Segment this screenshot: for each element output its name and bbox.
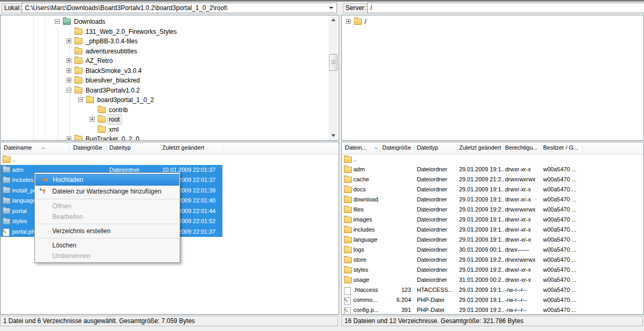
scroll-down-icon[interactable]	[329, 131, 338, 140]
folder-icon	[344, 237, 352, 243]
tree-item-adventuresubtitles[interactable]: adventuresubtitles	[84, 47, 138, 56]
file-row-commo[interactable]: commo...6.204PHP-Datei29.01.2009 19:1...…	[342, 295, 643, 305]
name-cell: adm	[353, 164, 381, 174]
local-path-combobox[interactable]: C:\Users\Marc\Downloads\Board3Portalv1.0…	[22, 3, 337, 13]
tree-item-contrib[interactable]: contrib	[107, 105, 129, 115]
file-row-docs[interactable]: docsDateiordner29.01.2009 19:1...drwxr-x…	[342, 185, 643, 195]
column-header-zuletzt-ge-ndert[interactable]: Zuletzt geändert	[459, 142, 501, 153]
column-header-zuletzt-ge-ndert[interactable]: Zuletzt geändert	[162, 142, 204, 153]
name-cell: images	[353, 215, 381, 225]
tree-item-board3portal-1-0-2[interactable]: board3portal_1_0_2	[96, 95, 155, 105]
expand-plus-icon[interactable]	[67, 58, 71, 63]
page-edit-icon	[344, 307, 351, 315]
tree-item-downloads[interactable]: Downloads	[72, 17, 107, 26]
tree-guide-line	[33, 16, 34, 141]
tree-item-root[interactable]: root	[107, 115, 122, 124]
tree-item-bugtracker-0-2-0[interactable]: BugTracker_0_2_0	[84, 134, 141, 141]
file-row-adm[interactable]: admDateiordner29.01.2009 19:1...drwxr-xr…	[342, 164, 643, 174]
collapse-minus-icon[interactable]	[55, 19, 60, 24]
file-row-item[interactable]: ..	[342, 154, 643, 164]
file-row-store[interactable]: storeDateiordner29.01.2009 19:2...drwxrw…	[342, 255, 643, 265]
menu-item-l-schen[interactable]: Löschen	[35, 240, 180, 251]
name-cell: files	[353, 205, 381, 215]
file-row-images[interactable]: imagesDateiordner29.01.2009 19:1...drwxr…	[342, 215, 643, 225]
name-cell: adm	[12, 165, 23, 176]
tree-item-xml[interactable]: xml	[107, 125, 120, 134]
column-header-berechtigu[interactable]: Berechtigu...	[505, 142, 538, 153]
column-header-dateigr-e[interactable]: Dateigröße	[69, 142, 102, 153]
file-row-language[interactable]: languageDateiordner29.01.2009 19:1...drw…	[342, 235, 643, 245]
folder-icon	[74, 68, 82, 74]
column-header-datein[interactable]: Datein...	[345, 142, 367, 153]
dropdown-arrow-icon[interactable]	[329, 7, 333, 9]
type-cell: Dateiordner	[417, 235, 455, 245]
column-header-dateiname[interactable]: Dateiname	[4, 142, 32, 153]
type-cell: Dateiordner	[417, 215, 455, 225]
column-header-dateityp[interactable]: Dateityp	[109, 142, 130, 153]
menu-item-verzeichnis-erstellen[interactable]: Verzeichnis erstellen	[35, 226, 180, 236]
file-row-htaccess[interactable]: .htaccess123HTACCESS...29.01.2009 19:1..…	[342, 285, 643, 295]
menu-item-bearbeiten[interactable]: Bearbeiten	[35, 212, 180, 222]
perms-cell: -rw-r--r--	[505, 295, 540, 305]
menu-item-label: Verzeichnis erstellen	[52, 227, 110, 235]
name-cell: portal	[12, 206, 27, 217]
open-folder-icon	[63, 19, 71, 25]
menu-separator	[36, 199, 179, 199]
collapse-minus-icon[interactable]	[78, 97, 83, 102]
expand-plus-icon[interactable]	[67, 78, 71, 82]
collapse-minus-icon[interactable]	[67, 88, 71, 93]
name-cell: styles	[353, 265, 381, 275]
folder-icon	[344, 267, 352, 273]
menu-item-hochladen[interactable]: ➜Hochladen	[35, 174, 179, 186]
tree-scrollbar[interactable]	[329, 16, 338, 140]
modified-cell: 29.01.2009 19:2...	[459, 255, 504, 265]
tree-item-phpbb-3-0-4-files[interactable]: _phpBB-3.0.4-files	[84, 36, 139, 46]
folder-icon	[3, 198, 11, 204]
tree-item-131-web-2-0-fireworks-styles[interactable]: 131_Web_2.0_Fireworks_Styles	[84, 27, 179, 36]
tree-item-bluesilver-blackred[interactable]: bluesilver_blackred	[84, 76, 142, 85]
tree-item-blacksmoke-v3-0-4[interactable]: BlackSmoke_v3.0.4	[84, 66, 143, 76]
expand-plus-icon[interactable]	[67, 68, 71, 73]
menu-item-umbenennen[interactable]: Umbenennen	[35, 251, 180, 261]
modified-cell: 29.01.2009 19:1...	[459, 225, 504, 235]
menu-separator	[36, 238, 179, 238]
modified-cell: 29.01.2009 19:1...	[459, 295, 504, 305]
expand-plus-icon[interactable]	[346, 19, 351, 24]
file-row-files[interactable]: filesDateiordner29.01.2009 19:2...drwxrw…	[342, 205, 643, 215]
expand-plus-icon[interactable]	[67, 136, 71, 141]
owner-cell: w00a5470 ...	[543, 295, 581, 305]
menu-item-dateien-zur-warteschlange-hinzuf-gen[interactable]: ➜+Dateien zur Warteschlange hinzufügen	[35, 186, 180, 197]
name-cell: includes	[12, 175, 33, 186]
header-separator	[414, 144, 415, 152]
column-header-dateityp[interactable]: Dateityp	[417, 142, 438, 153]
expand-plus-icon[interactable]	[67, 39, 71, 43]
file-row-config-p[interactable]: config.p...391PHP-Datei29.01.2009 19:2..…	[342, 305, 643, 315]
scroll-up-icon[interactable]	[329, 16, 338, 24]
name-cell: language	[353, 235, 381, 245]
tree-item-az-retro[interactable]: AZ_Retro	[84, 56, 114, 66]
tree-item-board3portalv1-0-2[interactable]: Board3Portalv1.0.2	[84, 86, 142, 95]
expand-plus-icon[interactable]	[90, 117, 95, 122]
file-row-usage[interactable]: usageDateiordner31.01.2009 00:2...drwxr-…	[342, 275, 643, 285]
tree-item-item[interactable]: /	[363, 17, 368, 26]
file-row-download[interactable]: downloadDateiordner29.01.2009 19:1...drw…	[342, 195, 643, 205]
column-header-dateigr-e[interactable]: Dateigröße	[381, 142, 411, 153]
file-row-includes[interactable]: includesDateiordner29.01.2009 19:1...drw…	[342, 225, 643, 235]
file-row-styles[interactable]: stylesDateiordner29.01.2009 19:2...drwxr…	[342, 265, 643, 275]
type-cell: Dateiordner	[417, 174, 455, 185]
file-row-cache[interactable]: cacheDateiordner29.01.2009 21:2...drwxrw…	[342, 174, 643, 185]
name-cell: config.p...	[353, 305, 381, 315]
modified-cell: 31.01.2009 00:2...	[459, 275, 504, 285]
folder-icon	[3, 177, 11, 183]
file-row-item[interactable]: ..	[1, 154, 339, 165]
remote-file-list: Datein...DateigrößeDateitypZuletzt geänd…	[341, 142, 644, 315]
file-row-logs[interactable]: logsDateiordner30.01.2009 00:1...drwx---…	[342, 245, 643, 255]
name-cell: docs	[353, 185, 381, 195]
server-path-combobox[interactable]: /	[367, 3, 644, 13]
column-header-besitzer-g[interactable]: Besitzer / G...	[543, 142, 578, 153]
remote-list-header: Datein...DateigrößeDateitypZuletzt geänd…	[342, 142, 643, 154]
menu-item-ffnen[interactable]: Öffnen	[35, 201, 180, 212]
scrollbar-thumb[interactable]	[329, 54, 338, 71]
filezilla-window: { "colors": { "selection_blue": "#2e93e2…	[0, 0, 644, 331]
modified-cell: 29.01.2009 19:2...	[459, 305, 504, 315]
